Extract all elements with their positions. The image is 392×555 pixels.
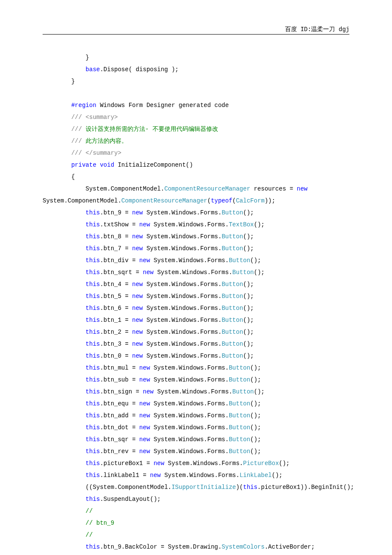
code-line: this.btn_add = new System.Windows.Forms.… [43, 412, 261, 419]
code-line: this.btn_sign = new System.Windows.Forms… [43, 388, 265, 395]
code-line: this.btn_4 = new System.Windows.Forms.Bu… [43, 281, 254, 288]
code-line: System.ComponentModel.ComponentResourceM… [43, 197, 275, 204]
code-line: base.Dispose( disposing ); [43, 66, 179, 73]
code-line: #region Windows Form Designer generated … [43, 102, 229, 109]
code-line: this.btn_sqrt = new System.Windows.Forms… [43, 269, 265, 276]
code-line: /// </summary> [43, 150, 121, 156]
code-line: this.txtShow = new System.Windows.Forms.… [43, 221, 265, 228]
code-line: /// 设计器支持所需的方法- 不要使用代码编辑器修改 [43, 126, 218, 133]
code-line: } [43, 54, 89, 61]
code-line: { [43, 173, 75, 180]
code-line: this.btn_8 = new System.Windows.Forms.Bu… [43, 233, 254, 240]
code-line: this.btn_2 = new System.Windows.Forms.Bu… [43, 329, 254, 335]
code-line: this.btn_9 = new System.Windows.Forms.Bu… [43, 209, 254, 216]
code-line: this.linkLabel1 = new System.Windows.For… [43, 472, 282, 479]
code-line: this.btn_9.BackColor = System.Drawing.Sy… [43, 543, 315, 550]
code-line: /// 此方法的内容。 [43, 138, 127, 145]
code-line: this.btn_1 = new System.Windows.Forms.Bu… [43, 317, 254, 324]
code-line: // [43, 508, 93, 515]
code-line: this.btn_3 = new System.Windows.Forms.Bu… [43, 341, 254, 347]
code-line: this.btn_dot = new System.Windows.Forms.… [43, 424, 261, 431]
code-line: this.btn_mul = new System.Windows.Forms.… [43, 364, 261, 371]
code-line: this.btn_equ = new System.Windows.Forms.… [43, 400, 261, 407]
code-line: this.btn_5 = new System.Windows.Forms.Bu… [43, 293, 254, 300]
code-line: this.btn_7 = new System.Windows.Forms.Bu… [43, 245, 254, 252]
code-line: System.ComponentModel.ComponentResourceM… [43, 185, 308, 192]
code-line: this.SuspendLayout(); [43, 496, 161, 503]
code-line: this.btn_rev = new System.Windows.Forms.… [43, 448, 261, 455]
code-line: this.btn_6 = new System.Windows.Forms.Bu… [43, 305, 254, 312]
code-line: this.pictureBox1 = new System.Windows.Fo… [43, 460, 290, 467]
code-content: } base.Dispose( disposing ); } #region W… [43, 52, 349, 555]
code-line: // [43, 532, 93, 538]
code-line: // btn_9 [43, 520, 114, 526]
code-line: ((System.ComponentModel.ISupportInitiali… [43, 484, 354, 491]
code-line: this.btn_sqr = new System.Windows.Forms.… [43, 436, 261, 443]
code-line: this.btn_sub = new System.Windows.Forms.… [43, 376, 261, 383]
code-line: this.btn_0 = new System.Windows.Forms.Bu… [43, 353, 254, 359]
code-line: } [43, 78, 75, 85]
code-line: private void InitializeComponent() [43, 162, 193, 168]
page-header: 百度 ID:温柔一刀 dgj [43, 26, 349, 35]
code-line: this.btn_div = new System.Windows.Forms.… [43, 257, 261, 264]
code-line: /// <summary> [43, 114, 118, 121]
